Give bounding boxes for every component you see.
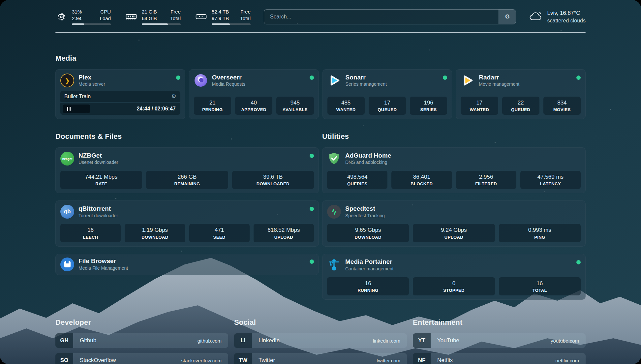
link-netflix[interactable]: NF Netflix netflix.com (413, 353, 586, 364)
link-badge: TW (234, 353, 252, 364)
card-portainer[interactable]: Media Portainer Container management 16R… (322, 254, 586, 300)
section-title-entertainment: Entertainment (413, 318, 586, 327)
card-nzbget[interactable]: nzbget NZBGet Usenet downloader 744.21 M… (55, 147, 319, 193)
app-name: Speedtest (345, 205, 385, 212)
app-description: Torrent downloader (78, 213, 118, 218)
link-url: netflix.com (555, 353, 579, 364)
app-description: Media File Management (78, 265, 128, 271)
filebrowser-icon (60, 258, 74, 271)
overseerr-icon (194, 74, 208, 87)
stat-queued: 17QUEUED (369, 97, 406, 115)
stat-available: 945AVAILABLE (276, 97, 314, 115)
stat-downloaded: 39.6 TBDOWNLOADED (232, 171, 314, 189)
portainer-icon (327, 258, 341, 272)
dashboard-window: 31%CPU 2.94Load (0, 0, 641, 364)
section-title-social: Social (234, 318, 407, 327)
status-dot (310, 207, 314, 211)
link-url: twitter.com (377, 353, 400, 364)
stat-download: 1.19 GbpsDOWNLOAD (125, 224, 185, 242)
section-title-documents: Documents & Files (55, 132, 319, 141)
stat-wanted: 17WANTED (461, 97, 498, 115)
stat-ping: 0.993 msPING (499, 224, 581, 242)
app-name: Radarr (479, 74, 519, 81)
app-description: Media Requests (212, 81, 245, 87)
player-bar: 24:44 / 02:06:47 (60, 103, 180, 115)
status-dot (443, 76, 447, 80)
app-name: AdGuard Home (345, 152, 391, 159)
stat-seed: 471SEED (189, 224, 250, 242)
stat-approved: 40APPROVED (235, 97, 272, 115)
search-provider-button[interactable]: G (499, 10, 516, 24)
disk-progress-bar (212, 23, 251, 25)
stat-wanted: 485WANTED (327, 97, 365, 115)
cloud-icon (529, 11, 542, 23)
weather-condition: scattered clouds (547, 17, 586, 24)
disk-icon (195, 13, 207, 21)
stat-queued: 22QUEUED (502, 97, 539, 115)
card-qbittorrent[interactable]: qb qBittorrent Torrent downloader 16LEEC… (55, 200, 319, 246)
link-badge: YT (413, 333, 431, 348)
stat-movies: 834MOVIES (543, 97, 581, 115)
memory-label-bottom: Total (170, 15, 181, 22)
stat-stopped: 0STOPPED (413, 277, 495, 295)
cpu-stat: 31%CPU 2.94Load (55, 9, 111, 25)
top-bar: 31%CPU 2.94Load (55, 9, 586, 25)
stat-running: 16RUNNING (327, 277, 409, 295)
cpu-value-bottom: 2.94 (72, 15, 81, 22)
adguard-icon (327, 152, 341, 166)
app-description: Media server (78, 81, 105, 87)
playback-time: 24:44 / 02:06:47 (137, 106, 177, 112)
pause-button[interactable] (63, 105, 90, 113)
link-badge: GH (55, 333, 73, 348)
card-radarr[interactable]: Radarr Movie management 17WANTED 22QUEUE… (456, 69, 586, 119)
card-adguard[interactable]: AdGuard Home DNS and adblocking 498,564Q… (322, 147, 586, 193)
app-name: Media Portainer (345, 258, 393, 265)
card-plex[interactable]: ❯ Plex Media server Bullet Train ⚙ 24:44 (55, 69, 185, 119)
stat-series: 196SERIES (410, 97, 447, 115)
stat-filtered: 2,956FILTERED (456, 171, 516, 189)
memory-value-bottom: 64 GiB (142, 15, 157, 22)
app-name: NZBGet (78, 152, 118, 159)
memory-stat: 21 GiBFree 64 GiBTotal (125, 9, 181, 25)
gear-icon[interactable]: ⚙ (171, 93, 176, 100)
stat-remaining: 266 GBREMAINING (146, 171, 228, 189)
link-name: Twitter (259, 353, 275, 364)
link-twitter[interactable]: TW Twitter twitter.com (234, 353, 407, 364)
link-name: LinkedIn (259, 333, 280, 348)
link-badge: LI (234, 333, 252, 348)
link-url: linkedin.com (373, 333, 400, 348)
status-dot (576, 76, 581, 80)
app-description: Series management (346, 81, 387, 87)
link-youtube[interactable]: YT YouTube youtube.com (413, 333, 586, 348)
qbittorrent-icon: qb (60, 205, 74, 219)
card-speedtest[interactable]: Speedtest Speedtest Tracking 9.65 GbpsDO… (322, 200, 586, 246)
disk-stat: 52.4 TBFree 97.9 TBTotal (195, 9, 251, 25)
link-linkedin[interactable]: LI LinkedIn linkedin.com (234, 333, 407, 348)
link-name: YouTube (437, 333, 459, 348)
search-input[interactable] (264, 10, 499, 24)
cpu-value-top: 31% (72, 9, 82, 15)
link-url: github.com (198, 333, 222, 348)
app-name: Overseerr (212, 74, 245, 81)
memory-icon (125, 13, 137, 21)
memory-label-top: Free (170, 9, 181, 15)
link-github[interactable]: GH Github github.com (55, 333, 228, 348)
link-name: Netflix (437, 353, 453, 364)
app-name: qBittorrent (78, 205, 118, 212)
nzbget-icon: nzbget (60, 152, 74, 166)
now-playing-title: Bullet Train (64, 94, 91, 100)
card-filebrowser[interactable]: File Browser Media File Management (55, 254, 319, 275)
card-overseerr[interactable]: Overseerr Media Requests 21PENDING 40APP… (189, 69, 319, 119)
link-url: youtube.com (551, 333, 579, 348)
now-playing-strip: Bullet Train ⚙ (60, 91, 180, 102)
section-title-utilities: Utilities (322, 132, 586, 141)
status-dot (176, 76, 180, 80)
link-stackoverflow[interactable]: SO StackOverflow stackoverflow.com (55, 353, 228, 364)
card-sonarr[interactable]: Sonarr Series management 485WANTED 17QUE… (322, 69, 452, 119)
radarr-icon (461, 74, 474, 87)
stat-total: 16TOTAL (499, 277, 581, 295)
app-description: DNS and adblocking (345, 160, 391, 165)
stat-latency: 47.569 msLATENCY (520, 171, 581, 189)
stat-leech: 16LEECH (60, 224, 121, 242)
disk-value-top: 52.4 TB (212, 9, 229, 15)
